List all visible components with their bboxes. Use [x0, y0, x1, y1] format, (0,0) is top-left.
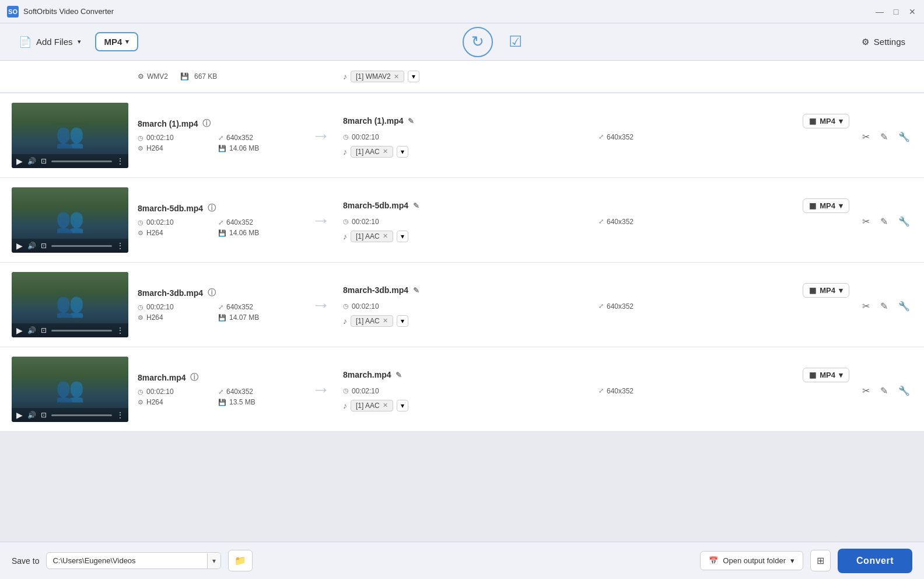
edit-name-icon-row4[interactable]: ✎ [396, 371, 402, 379]
format-badge-row1[interactable]: ▦ MP4 ▾ [803, 114, 849, 128]
video-thumbnail-row3: ▶ 🔊 ⊡ ⋮ [12, 272, 128, 337]
crop-icon-row1[interactable]: ⊡ [41, 157, 47, 165]
audio-remove-row3[interactable]: ✕ [383, 317, 388, 325]
convert-button[interactable]: Convert [838, 549, 912, 573]
format-badge-row2[interactable]: ▦ MP4 ▾ [803, 198, 849, 213]
audio-remove-row2[interactable]: ✕ [383, 232, 388, 240]
audio-dropdown-row2[interactable]: ▾ [397, 231, 408, 242]
volume-icon-row2[interactable]: 🔊 [27, 242, 36, 250]
music-icon-row3: ♪ [343, 316, 347, 326]
info-icon-row3[interactable]: ⓘ [208, 288, 216, 298]
wrench-icon-row4[interactable]: 🔧 [896, 383, 912, 399]
add-files-button[interactable]: 📄 Add Files ▾ [12, 31, 88, 53]
right-arrow-icon-row1: → [312, 125, 330, 147]
partial-audio-label: [1] WMAV2 [356, 72, 391, 81]
folder-icon: 📁 [235, 556, 246, 566]
format-label: MP4 [104, 37, 123, 47]
output-clock-icon-row1: ◷ [343, 133, 349, 141]
play-icon-row3[interactable]: ▶ [16, 326, 23, 335]
wrench-icon-row1[interactable]: 🔧 [896, 129, 912, 145]
partial-size: 667 KB [194, 72, 217, 81]
filesize-row4: 💾 13.5 MB [218, 398, 294, 406]
scissors-icon-row2[interactable]: ✂ [860, 214, 872, 229]
edit-name-icon-row1[interactable]: ✎ [408, 117, 414, 125]
disk-icon-row3: 💾 [218, 314, 226, 322]
edit-icon-row1[interactable]: ✎ [878, 129, 890, 145]
volume-icon-row1[interactable]: 🔊 [27, 157, 36, 165]
video-list: ▶ 🔊 ⊡ ⋮ 8march (1).mp4 ⓘ ◷ 00:02:10 ⤢ 64… [0, 93, 924, 432]
output-duration-row4: ◷ 00:02:10 [343, 387, 594, 395]
play-icon-row4[interactable]: ▶ [16, 410, 23, 420]
output-section-row2: 8march-5db.mp4 ✎ ▦ MP4 ▾ ◷ 00:02:10 ⤢ 64… [338, 198, 854, 242]
output-audio-row-row1: ♪ [1] AAC ✕ ▾ [343, 146, 849, 158]
more-icon-row2[interactable]: ⋮ [117, 242, 124, 250]
crop-icon-row4[interactable]: ⊡ [41, 411, 47, 419]
crop-icon-row2[interactable]: ⊡ [41, 242, 47, 250]
video-meta-row3: ◷ 00:02:10 ⤢ 640x352 ⚙ H264 💾 14.07 MB [138, 303, 294, 322]
edit-icon-row4[interactable]: ✎ [878, 383, 890, 399]
minimize-button[interactable]: — [875, 7, 884, 16]
main-content: ⚙ WMV2 💾 667 KB ♪ [1] WMAV2 ✕ ▾ ▶ [0, 61, 924, 542]
volume-icon-row4[interactable]: 🔊 [27, 411, 36, 419]
open-output-folder-button[interactable]: 📅 Open output folder ▾ [700, 551, 803, 570]
wrench-icon-row2[interactable]: 🔧 [896, 214, 912, 229]
resolution-row2: ⤢ 640x352 [218, 218, 294, 226]
toolbar-center: ↻ ☑ [138, 27, 854, 57]
browse-folder-button[interactable]: 📁 [228, 550, 253, 571]
grid-view-button[interactable]: ⊞ [810, 550, 831, 571]
video-info-row4: 8march.mp4 ⓘ ◷ 00:02:10 ⤢ 640x352 ⚙ H264… [128, 372, 303, 406]
scissors-icon-row4[interactable]: ✂ [860, 383, 872, 399]
format-badge-row4[interactable]: ▦ MP4 ▾ [803, 368, 849, 382]
info-icon-row4[interactable]: ⓘ [190, 372, 198, 383]
arrow-row1: → [303, 125, 338, 147]
resize-icon-row3: ⤢ [218, 304, 223, 311]
edit-name-icon-row3[interactable]: ✎ [413, 286, 419, 295]
audio-dropdown-row3[interactable]: ▾ [397, 315, 408, 327]
audio-remove-row1[interactable]: ✕ [383, 148, 388, 155]
edit-icon-row3[interactable]: ✎ [878, 298, 890, 314]
scissors-icon-row1[interactable]: ✂ [860, 129, 872, 145]
output-meta-row3: ◷ 00:02:10 ⤢ 640x352 [343, 302, 849, 311]
more-icon-row4[interactable]: ⋮ [117, 411, 124, 419]
crop-icon-row3[interactable]: ⊡ [41, 326, 47, 334]
more-icon-row1[interactable]: ⋮ [117, 157, 124, 165]
gear-icon-row4: ⚙ [138, 399, 144, 406]
save-path-dropdown[interactable]: ▾ [207, 553, 220, 568]
audio-remove-row4[interactable]: ✕ [383, 402, 388, 409]
partial-audio-dropdown[interactable]: ▾ [408, 71, 419, 82]
play-icon-row2[interactable]: ▶ [16, 241, 23, 250]
app-icon: SO [7, 6, 19, 18]
info-icon-row2[interactable]: ⓘ [208, 203, 216, 214]
edit-name-icon-row2[interactable]: ✎ [413, 201, 419, 210]
add-files-label: Add Files [36, 37, 73, 47]
format-badge-row3[interactable]: ▦ MP4 ▾ [803, 283, 849, 298]
maximize-button[interactable]: □ [891, 7, 901, 16]
volume-icon-row3[interactable]: 🔊 [27, 326, 36, 334]
output-duration-row3: ◷ 00:02:10 [343, 302, 594, 311]
right-arrow-icon-row3: → [312, 294, 330, 316]
settings-button[interactable]: ⚙ Settings [855, 32, 912, 52]
output-audio-row-row3: ♪ [1] AAC ✕ ▾ [343, 315, 849, 327]
rotate-button[interactable]: ↻ [463, 27, 493, 57]
settings-icon: ⚙ [862, 37, 869, 47]
output-meta-row1: ◷ 00:02:10 ⤢ 640x352 [343, 133, 849, 141]
video-info-row1: 8march (1).mp4 ⓘ ◷ 00:02:10 ⤢ 640x352 ⚙ … [128, 118, 303, 152]
partial-audio-remove[interactable]: ✕ [394, 73, 399, 81]
play-icon-row1[interactable]: ▶ [16, 156, 23, 166]
check-button[interactable]: ☑ [500, 27, 530, 57]
edit-icon-row2[interactable]: ✎ [878, 214, 890, 229]
output-section-row3: 8march-3db.mp4 ✎ ▦ MP4 ▾ ◷ 00:02:10 ⤢ 64… [338, 283, 854, 327]
format-select-button[interactable]: MP4 ▾ [95, 32, 139, 51]
title-bar: SO SoftOrbits Video Converter — □ ✕ [0, 0, 924, 23]
more-icon-row3[interactable]: ⋮ [117, 326, 124, 334]
audio-dropdown-row4[interactable]: ▾ [397, 400, 408, 411]
wrench-icon-row3[interactable]: 🔧 [896, 298, 912, 314]
output-resize-icon-row2: ⤢ [598, 218, 604, 225]
video-meta-row1: ◷ 00:02:10 ⤢ 640x352 ⚙ H264 💾 14.06 MB [138, 134, 294, 152]
close-button[interactable]: ✕ [908, 7, 917, 16]
audio-dropdown-row1[interactable]: ▾ [397, 146, 408, 158]
save-to-input-group: C:\Users\Eugene\Videos ▾ [46, 552, 221, 569]
info-icon-row1[interactable]: ⓘ [202, 118, 211, 129]
toolbar: 📄 Add Files ▾ MP4 ▾ ↻ ☑ ⚙ Settings [0, 23, 924, 61]
scissors-icon-row3[interactable]: ✂ [860, 298, 872, 314]
